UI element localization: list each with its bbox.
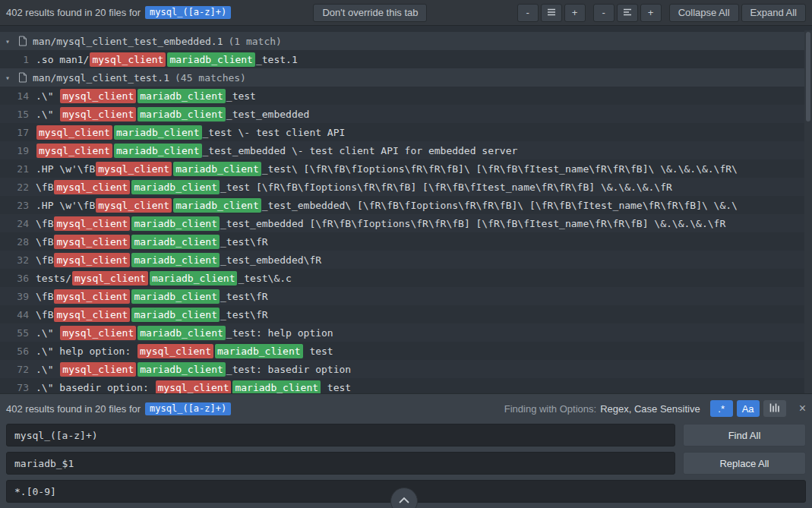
code-text: _test \- test client API [203, 127, 346, 138]
result-line-row[interactable]: 28\fBmysql_clientmariadb_client_test\fR [0, 232, 812, 251]
spacing-lines-button[interactable] [617, 4, 638, 22]
file-header-row[interactable]: ▾man/mysql_client_test.1(45 matches) [0, 68, 812, 87]
spacing-increase-button[interactable]: + [640, 4, 662, 22]
context-increase-button[interactable]: + [564, 4, 586, 22]
line-text: \fBmysql_clientmariadb_client_test\fR [36, 309, 268, 320]
case-sensitive-toggle[interactable]: Aa [737, 400, 760, 417]
code-text: .so man1/ [36, 54, 89, 65]
chevron-down-icon[interactable]: ▾ [5, 74, 13, 82]
line-number: 17 [0, 127, 29, 138]
line-text: \fBmysql_clientmariadb_client_test\fR [36, 236, 268, 248]
match-added: mariadb_client [137, 326, 226, 340]
match-added: mariadb_client [137, 107, 226, 121]
code-text: _test\fR [220, 309, 268, 320]
code-text: _test [\fR\fB\fIoptions\fR\fR\fB] [\fR\f… [220, 181, 672, 193]
code-text: _test_embedded [\fR\fB\fIoptions\fR\fR\f… [220, 218, 725, 229]
result-line-row[interactable]: 39\fBmysql_clientmariadb_client_test\fR [0, 287, 812, 305]
match-added: mariadb_client [232, 380, 321, 394]
results-status: 402 results found in 20 files for [6, 7, 141, 18]
line-text: .\" mysql_clientmariadb_client_test: bas… [36, 364, 351, 375]
code-text: test [304, 346, 333, 357]
result-line-row[interactable]: 73.\" basedir option: mysql_clientmariad… [0, 378, 812, 393]
match-removed: mysql_client [54, 235, 130, 249]
dont-override-tab-button[interactable]: Don't override this tab [313, 4, 427, 22]
line-text: tests/mysql_clientmariadb_client_test\&.… [36, 273, 292, 284]
result-line-row[interactable]: 1.so man1/mysql_clientmariadb_client_tes… [0, 50, 812, 68]
find-all-button[interactable]: Find All [683, 424, 806, 446]
code-text: \fB [36, 309, 53, 320]
result-line-row[interactable]: 72.\" mysql_clientmariadb_client_test: b… [0, 360, 812, 378]
code-text: _test\fR [220, 236, 268, 248]
code-text: .HP \w'\fB [36, 163, 95, 175]
match-added: mariadb_client [131, 180, 220, 194]
panel-query-badge: mysql_([a-z]+) [145, 402, 231, 415]
context-lines-button[interactable] [541, 4, 562, 22]
result-line-row[interactable]: 32\fBmysql_clientmariadb_client_test_emb… [0, 251, 812, 269]
context-lines-icon [547, 7, 556, 18]
match-added: mariadb_client [173, 162, 261, 176]
close-panel-icon[interactable]: × [799, 402, 806, 415]
line-number: 23 [0, 200, 29, 211]
spacing-controls: - + [593, 4, 662, 22]
whole-word-toggle[interactable] [763, 400, 786, 417]
scrollbar-thumb[interactable] [806, 32, 810, 121]
code-text: .\" [36, 109, 59, 120]
line-number: 39 [0, 291, 29, 302]
match-count: (45 matches) [175, 72, 246, 84]
line-text: .\" mysql_clientmariadb_client_test_embe… [36, 109, 309, 120]
file-icon [18, 36, 27, 46]
options-label: Finding with Options: [504, 403, 596, 415]
match-added: mariadb_client [167, 52, 255, 67]
options-value: Regex, Case Sensitive [600, 403, 700, 415]
spacing-decrease-button[interactable]: - [593, 4, 615, 22]
top-bar: 402 results found in 20 files for mysql_… [0, 0, 812, 26]
find-options: Finding with Options: Regex, Case Sensit… [504, 400, 806, 417]
result-line-row[interactable]: 56.\" help option: mysql_clientmariadb_c… [0, 342, 812, 360]
line-text: mysql_clientmariadb_client_test \- test … [36, 127, 345, 138]
line-number: 73 [0, 382, 29, 393]
line-text: .HP \w'\fBmysql_clientmariadb_client_tes… [36, 163, 738, 175]
match-removed: mysql_client [54, 308, 130, 322]
line-text: \fBmysql_clientmariadb_client_test_embed… [36, 254, 321, 266]
context-decrease-button[interactable]: - [517, 4, 539, 22]
code-text: .\" [36, 90, 59, 102]
result-line-row[interactable]: 44\fBmysql_clientmariadb_client_test\fR [0, 305, 812, 323]
file-header-row[interactable]: ▾man/mysql_client_test_embedded.1(1 matc… [0, 32, 812, 50]
match-count: (1 match) [228, 36, 281, 47]
replace-input[interactable] [6, 452, 675, 475]
code-text: .\" [36, 364, 59, 375]
code-text: .\" basedir option: [36, 382, 155, 393]
line-number: 15 [0, 109, 29, 120]
find-input[interactable] [6, 424, 675, 446]
find-row: Find All [6, 424, 806, 446]
match-added: mariadb_client [215, 344, 303, 358]
scrollbar-track[interactable] [804, 30, 812, 393]
result-line-row[interactable]: 14.\" mysql_clientmariadb_client_test [0, 87, 812, 105]
line-text: .\" mysql_clientmariadb_client_test: hel… [36, 327, 333, 339]
query-badge: mysql_([a-z]+) [145, 6, 231, 19]
code-text: _test\fR [220, 291, 268, 302]
chevron-down-icon[interactable]: ▾ [5, 37, 13, 46]
spacing-lines-icon [623, 7, 632, 18]
collapse-all-button[interactable]: Collapse All [669, 4, 739, 22]
result-line-row[interactable]: 22\fBmysql_clientmariadb_client_test [\f… [0, 178, 812, 196]
expand-all-button[interactable]: Expand All [741, 4, 806, 22]
result-line-row[interactable]: 36tests/mysql_clientmariadb_client_test\… [0, 269, 812, 287]
result-line-row[interactable]: 55.\" mysql_clientmariadb_client_test: h… [0, 323, 812, 342]
result-line-row[interactable]: 17mysql_clientmariadb_client_test \- tes… [0, 123, 812, 141]
result-line-row[interactable]: 15.\" mysql_clientmariadb_client_test_em… [0, 105, 812, 123]
code-text: \fB [36, 218, 53, 229]
regex-toggle[interactable]: .* [710, 400, 733, 417]
result-line-row[interactable]: 23.HP \w'\fBmysql_clientmariadb_client_t… [0, 196, 812, 214]
code-text: .HP \w'\fB [36, 200, 95, 211]
result-line-row[interactable]: 19mysql_clientmariadb_client_test_embedd… [0, 141, 812, 159]
line-number: 21 [0, 163, 29, 175]
file-path: man/mysql_client_test.1 [33, 72, 169, 84]
result-line-row[interactable]: 21.HP \w'\fBmysql_clientmariadb_client_t… [0, 159, 812, 178]
line-text: .\" help option: mysql_clientmariadb_cli… [36, 346, 333, 357]
result-line-row[interactable]: 24\fBmysql_clientmariadb_client_test_emb… [0, 214, 812, 232]
replace-all-button[interactable]: Replace All [683, 452, 806, 475]
match-added: mariadb_client [131, 308, 220, 322]
code-text: _test_embedded\fR [220, 254, 321, 266]
code-text: _test_embedded \- test client API for em… [203, 145, 518, 156]
